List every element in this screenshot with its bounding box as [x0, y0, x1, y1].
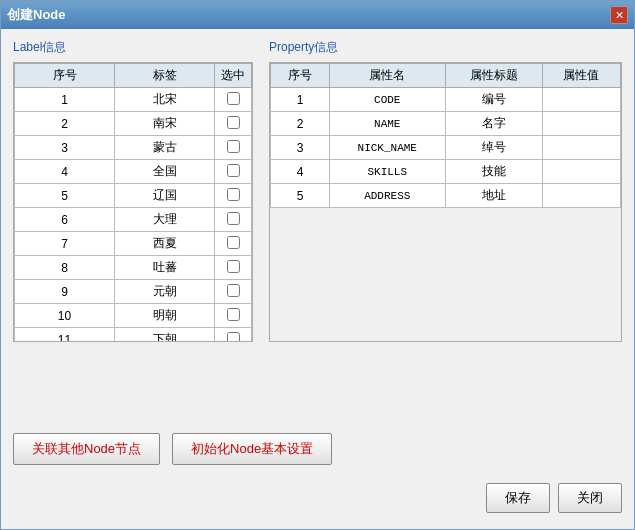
- prop-title: 绰号: [445, 136, 542, 160]
- prop-title: 技能: [445, 160, 542, 184]
- close-button[interactable]: 关闭: [558, 483, 622, 513]
- label-row: 7 西夏: [15, 232, 252, 256]
- prop-title: 地址: [445, 184, 542, 208]
- label-seq: 7: [15, 232, 115, 256]
- label-row: 3 蒙古: [15, 136, 252, 160]
- prop-name: ADDRESS: [330, 184, 446, 208]
- initialize-button[interactable]: 初始化Node基本设置: [172, 433, 332, 465]
- col-label: 标签: [115, 64, 215, 88]
- bottom-buttons-row: 保存 关闭: [13, 479, 622, 519]
- save-button[interactable]: 保存: [486, 483, 550, 513]
- label-seq: 8: [15, 256, 115, 280]
- label-table-wrapper[interactable]: 序号 标签 选中 1 北宋 2 南宋 3 蒙: [13, 62, 253, 342]
- label-row: 4 全国: [15, 160, 252, 184]
- prop-value: [542, 136, 620, 160]
- label-checkbox-cell: [215, 304, 252, 328]
- label-section-title: Label信息: [13, 39, 253, 56]
- prop-value: [542, 160, 620, 184]
- label-row: 2 南宋: [15, 112, 252, 136]
- label-name: 下朝: [115, 328, 215, 343]
- label-checkbox[interactable]: [227, 236, 240, 249]
- label-checkbox[interactable]: [227, 116, 240, 129]
- property-row: 2 NAME 名字: [271, 112, 621, 136]
- main-window: 创建Node ✕ Label信息 序号 标签 选中: [0, 0, 635, 530]
- label-checkbox-cell: [215, 136, 252, 160]
- col-prop-value: 属性值: [542, 64, 620, 88]
- property-table-wrapper[interactable]: 序号 属性名 属性标题 属性值 1 CODE 编号 2 NAME 名字: [269, 62, 622, 342]
- label-row: 5 辽国: [15, 184, 252, 208]
- property-row: 1 CODE 编号: [271, 88, 621, 112]
- prop-seq: 4: [271, 160, 330, 184]
- label-table: 序号 标签 选中 1 北宋 2 南宋 3 蒙: [14, 63, 252, 342]
- label-checkbox-cell: [215, 184, 252, 208]
- label-row: 11 下朝: [15, 328, 252, 343]
- label-name: 蒙古: [115, 136, 215, 160]
- label-seq: 3: [15, 136, 115, 160]
- label-name: 明朝: [115, 304, 215, 328]
- prop-title: 名字: [445, 112, 542, 136]
- label-checkbox-cell: [215, 160, 252, 184]
- prop-seq: 2: [271, 112, 330, 136]
- label-checkbox[interactable]: [227, 140, 240, 153]
- label-name: 北宋: [115, 88, 215, 112]
- col-seq-left: 序号: [15, 64, 115, 88]
- label-name: 大理: [115, 208, 215, 232]
- label-name: 全国: [115, 160, 215, 184]
- label-seq: 5: [15, 184, 115, 208]
- label-checkbox[interactable]: [227, 164, 240, 177]
- prop-seq: 1: [271, 88, 330, 112]
- label-checkbox-cell: [215, 328, 252, 343]
- col-prop-name: 属性名: [330, 64, 446, 88]
- label-seq: 4: [15, 160, 115, 184]
- prop-name: NICK_NAME: [330, 136, 446, 160]
- label-seq: 11: [15, 328, 115, 343]
- prop-value: [542, 112, 620, 136]
- property-section: Property信息 序号 属性名 属性标题 属性值 1: [269, 39, 622, 419]
- label-row: 6 大理: [15, 208, 252, 232]
- window-title: 创建Node: [7, 6, 66, 24]
- property-section-title: Property信息: [269, 39, 622, 56]
- label-name: 辽国: [115, 184, 215, 208]
- label-checkbox-cell: [215, 280, 252, 304]
- content-area: Label信息 序号 标签 选中 1 北宋: [1, 29, 634, 529]
- label-checkbox-cell: [215, 88, 252, 112]
- label-seq: 9: [15, 280, 115, 304]
- property-table: 序号 属性名 属性标题 属性值 1 CODE 编号 2 NAME 名字: [270, 63, 621, 208]
- property-row: 4 SKILLS 技能: [271, 160, 621, 184]
- label-row: 1 北宋: [15, 88, 252, 112]
- label-checkbox[interactable]: [227, 260, 240, 273]
- prop-name: SKILLS: [330, 160, 446, 184]
- label-seq: 6: [15, 208, 115, 232]
- prop-seq: 5: [271, 184, 330, 208]
- label-seq: 1: [15, 88, 115, 112]
- label-checkbox-cell: [215, 232, 252, 256]
- prop-value: [542, 184, 620, 208]
- col-seq-right: 序号: [271, 64, 330, 88]
- label-checkbox[interactable]: [227, 308, 240, 321]
- label-section: Label信息 序号 标签 选中 1 北宋: [13, 39, 253, 419]
- title-bar: 创建Node ✕: [1, 1, 634, 29]
- label-checkbox-cell: [215, 256, 252, 280]
- prop-seq: 3: [271, 136, 330, 160]
- label-name: 南宋: [115, 112, 215, 136]
- col-prop-title: 属性标题: [445, 64, 542, 88]
- label-name: 吐蕃: [115, 256, 215, 280]
- prop-name: NAME: [330, 112, 446, 136]
- property-row: 5 ADDRESS 地址: [271, 184, 621, 208]
- label-seq: 10: [15, 304, 115, 328]
- label-checkbox[interactable]: [227, 332, 240, 343]
- prop-name: CODE: [330, 88, 446, 112]
- label-name: 西夏: [115, 232, 215, 256]
- label-checkbox-cell: [215, 208, 252, 232]
- prop-title: 编号: [445, 88, 542, 112]
- close-window-button[interactable]: ✕: [610, 6, 628, 24]
- associate-button[interactable]: 关联其他Node节点: [13, 433, 160, 465]
- label-checkbox[interactable]: [227, 284, 240, 297]
- tables-row: Label信息 序号 标签 选中 1 北宋: [13, 39, 622, 419]
- col-checked: 选中: [215, 64, 252, 88]
- label-row: 10 明朝: [15, 304, 252, 328]
- label-checkbox[interactable]: [227, 92, 240, 105]
- label-checkbox[interactable]: [227, 188, 240, 201]
- label-checkbox[interactable]: [227, 212, 240, 225]
- label-checkbox-cell: [215, 112, 252, 136]
